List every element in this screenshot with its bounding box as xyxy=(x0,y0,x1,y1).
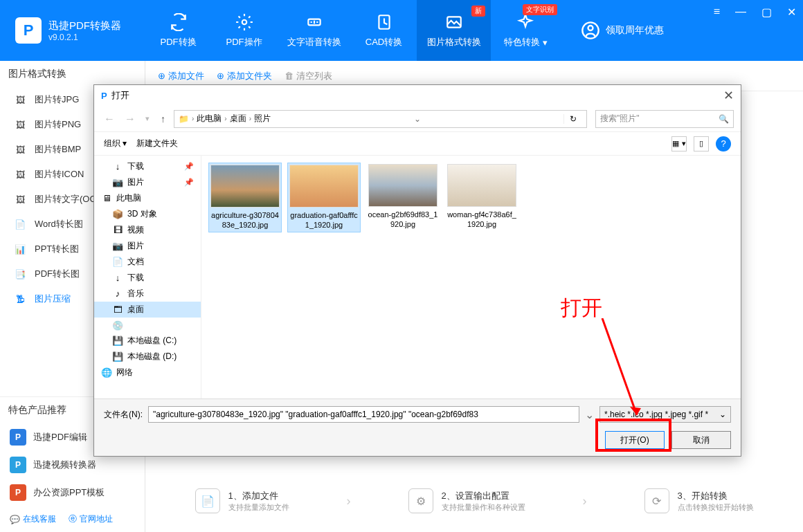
tree-item[interactable]: 💾本地磁盘 (C:) xyxy=(94,333,201,349)
clear-list-button[interactable]: 🗑 清空列表 xyxy=(285,70,332,82)
maximize-icon[interactable]: ▢ xyxy=(761,6,772,19)
new-folder-button[interactable]: 新建文件夹 xyxy=(136,138,178,149)
file-list: agriculture-g30780483e_1920.jpggraduatio… xyxy=(201,156,741,398)
add-file-button[interactable]: ⊕ 添加文件 xyxy=(158,70,204,82)
organize-button[interactable]: 组织 ▾ xyxy=(104,138,127,149)
online-service-link[interactable]: 💬在线客服 xyxy=(10,513,56,525)
file-item[interactable]: woman-gf4c738a6f_1920.jpg xyxy=(445,163,518,232)
tree-item[interactable]: 💾本地磁盘 (D:) xyxy=(94,349,201,365)
breadcrumb-dropdown[interactable]: ⌄ xyxy=(414,114,421,124)
folder-icon: 🌐 xyxy=(101,367,112,378)
tab-special[interactable]: 特色转换▾ 文字识别 xyxy=(491,0,560,61)
tab-image-format[interactable]: 图片格式转换 新 xyxy=(417,0,491,61)
search-input[interactable]: 搜索"照片" 🔍 xyxy=(595,110,734,128)
folder-icon: 🖥 xyxy=(101,193,112,204)
tree-item[interactable]: 🎞视频 xyxy=(94,222,201,238)
new-badge: 新 xyxy=(471,6,485,17)
file-filter-select[interactable]: *.heic *.ico *.jpg *.jpeg *.gif *⌄ xyxy=(599,406,731,423)
step-2: ⚙ 2、设置输出配置支持批量操作和各种设置 xyxy=(408,488,525,513)
file-item[interactable]: graduation-gaf0afffc1_1920.jpg xyxy=(287,163,361,232)
breadcrumb-segment[interactable]: 此电脑› xyxy=(197,113,226,125)
image-icon xyxy=(444,12,464,32)
menu-icon[interactable]: ≡ xyxy=(714,6,720,19)
gear-icon xyxy=(235,12,254,32)
sparkle-icon xyxy=(516,12,535,32)
close-icon[interactable]: ✕ xyxy=(787,6,796,19)
convert-icon: ⟳ xyxy=(644,488,669,513)
convert-icon xyxy=(169,12,188,32)
file-thumbnail xyxy=(289,165,359,208)
dialog-nav: ← → ▾ ↑ 📁 › 此电脑› 桌面› 照片 ⌄ ↻ 搜索"照片" 🔍 xyxy=(94,106,741,132)
file-open-dialog: P 打开 ✕ ← → ▾ ↑ 📁 › 此电脑› 桌面› 照片 ⌄ ↻ 搜索"照片… xyxy=(93,84,741,457)
help-button[interactable]: ? xyxy=(716,136,731,152)
format-icon: 📄 xyxy=(14,218,26,230)
app-name: 迅捷PDF转换器 xyxy=(48,19,121,33)
app-mini-icon: P xyxy=(101,91,107,101)
tab-pdf-convert[interactable]: PDF转换 xyxy=(145,0,211,61)
tree-item[interactable]: 🖥此电脑 xyxy=(94,190,201,206)
svg-point-0 xyxy=(242,20,246,25)
tree-item[interactable]: 📷图片📌 xyxy=(94,174,201,190)
pin-icon: 📌 xyxy=(184,162,194,171)
ie-icon: ⓔ xyxy=(69,513,77,525)
tree-item[interactable]: ↓下载📌 xyxy=(94,158,201,174)
tree-item[interactable]: 🌐网络 xyxy=(94,365,201,380)
breadcrumb-segment[interactable]: 桌面› xyxy=(230,113,251,125)
user-circle-icon xyxy=(581,21,600,40)
voice-icon xyxy=(305,12,324,32)
folder-icon: 📦 xyxy=(112,209,123,220)
nav-back-button[interactable]: ← xyxy=(101,113,118,125)
tree-item[interactable]: 📦3D 对象 xyxy=(94,206,201,222)
folder-icon: ↓ xyxy=(112,161,123,172)
footer-links: 💬在线客服 ⓔ官网地址 xyxy=(0,506,145,532)
view-mode-button[interactable]: ▦ ▾ xyxy=(671,136,687,152)
folder-icon: ↓ xyxy=(112,273,123,284)
tree-item[interactable]: 📷图片 xyxy=(94,238,201,254)
tab-text-voice[interactable]: 文字语音转换 xyxy=(277,0,351,61)
tab-pdf-operate[interactable]: PDF操作 xyxy=(211,0,277,61)
dialog-footer: 文件名(N): ⌄ *.heic *.ico *.jpg *.jpeg *.gi… xyxy=(94,398,741,456)
tab-cad[interactable]: CAD转换 xyxy=(351,0,417,61)
refresh-button[interactable]: ↻ xyxy=(563,114,582,124)
file-name: woman-gf4c738a6f_1920.jpg xyxy=(446,210,517,230)
file-thumbnail xyxy=(447,164,516,207)
breadcrumb-segment[interactable]: 照片 xyxy=(254,113,271,125)
add-file-icon: 📄 xyxy=(195,488,220,513)
file-item[interactable]: ocean-g2bf69df83_1920.jpg xyxy=(366,163,440,232)
folder-tree: ↓下载📌📷图片📌🖥此电脑📦3D 对象🎞视频📷图片📄文档↓下载♪音乐🗔桌面💿💾本地… xyxy=(94,156,201,398)
search-icon: 🔍 xyxy=(719,114,729,124)
add-folder-button[interactable]: ⊕ 添加文件夹 xyxy=(217,70,272,82)
folder-icon: 💿 xyxy=(112,320,123,331)
nav-up-button[interactable]: ↑ xyxy=(156,113,170,125)
tree-item[interactable]: ↓下载 xyxy=(94,270,201,286)
nav-history-button[interactable]: ▾ xyxy=(143,114,152,123)
ocr-badge: 文字识别 xyxy=(523,4,557,15)
svg-point-5 xyxy=(588,26,593,30)
breadcrumb-bar[interactable]: 📁 › 此电脑› 桌面› 照片 ⌄ ↻ xyxy=(174,110,587,128)
tree-item[interactable]: 🗔桌面 xyxy=(94,302,201,318)
format-icon: 🖼 xyxy=(14,93,26,106)
nav-forward-button[interactable]: → xyxy=(122,113,138,125)
folder-icon: 🗔 xyxy=(112,304,123,315)
cad-icon xyxy=(375,12,394,32)
settings-icon: ⚙ xyxy=(408,488,433,513)
promo-item[interactable]: P办公资源PPT模板 xyxy=(0,479,145,506)
open-button[interactable]: 打开(O) xyxy=(605,431,665,449)
main-tabs: PDF转换 PDF操作 文字语音转换 CAD转换 图片格式转换 新 特色转换▾ … xyxy=(145,0,560,61)
tree-item[interactable]: ♪音乐 xyxy=(94,286,201,302)
dialog-close-button[interactable]: ✕ xyxy=(723,88,734,103)
cancel-button[interactable]: 取消 xyxy=(671,431,731,449)
file-item[interactable]: agriculture-g30780483e_1920.jpg xyxy=(208,163,282,232)
minimize-icon[interactable]: — xyxy=(735,6,746,19)
official-site-link[interactable]: ⓔ官网地址 xyxy=(69,513,113,525)
folder-icon: 🎞 xyxy=(112,225,123,236)
reward-link[interactable]: 领取周年优惠 xyxy=(581,21,664,40)
chevron-down-icon: ▾ xyxy=(543,37,548,48)
tree-item[interactable]: 💿 xyxy=(94,318,201,333)
filename-input[interactable] xyxy=(148,406,579,423)
format-icon: 📊 xyxy=(14,243,26,255)
sidebar-header: 图片格式转换 xyxy=(0,61,145,87)
preview-pane-button[interactable]: ▯ xyxy=(694,136,709,152)
app-logo-icon: P xyxy=(15,17,42,44)
tree-item[interactable]: 📄文档 xyxy=(94,254,201,270)
